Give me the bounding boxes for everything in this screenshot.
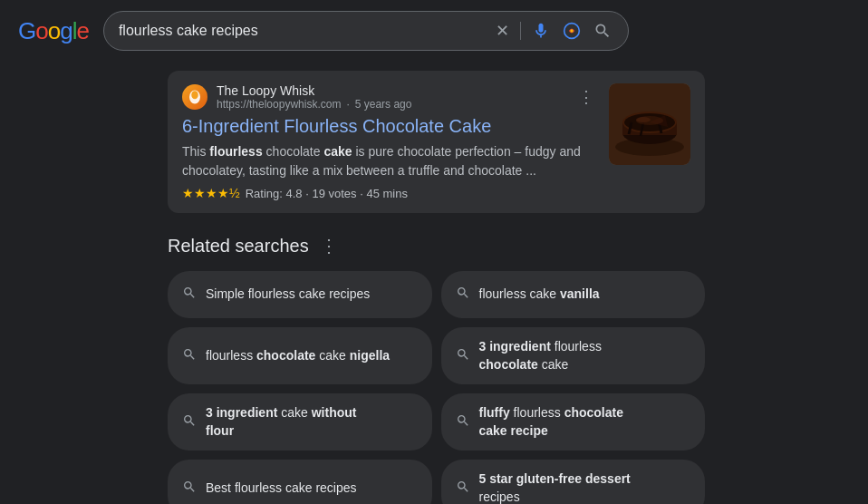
related-searches-section: Related searches ⋮ Simple flourless cake… xyxy=(168,235,705,504)
vertical-divider xyxy=(520,22,521,40)
main-content: The Loopy Whisk https://theloopywhisk.co… xyxy=(0,62,868,504)
related-grid: Simple flourless cake recipes flourless … xyxy=(168,271,705,504)
svg-point-1 xyxy=(570,29,573,32)
search-icon xyxy=(456,480,470,498)
site-age: 5 years ago xyxy=(355,98,412,111)
dot-separator: · xyxy=(346,98,349,111)
related-item-flourless-vanilla[interactable]: flourless cake vanilla xyxy=(441,271,706,318)
site-url-row: https://theloopywhisk.com · 5 years ago xyxy=(217,98,411,111)
related-item-3-ingredient-flourless-chocolate[interactable]: 3 ingredient flourlesschocolate cake xyxy=(441,327,706,384)
related-item-text: 5 star gluten-free dessertrecipes xyxy=(479,470,631,504)
related-item-text: 3 ingredient cake withoutflour xyxy=(206,404,356,440)
related-item-5-star-gluten-free[interactable]: 5 star gluten-free dessertrecipes xyxy=(441,460,706,504)
related-item-flourless-chocolate-nigella[interactable]: flourless chocolate cake nigella xyxy=(168,327,432,384)
result-image[interactable] xyxy=(609,83,690,165)
search-input[interactable] xyxy=(119,23,487,39)
svg-point-11 xyxy=(636,116,663,125)
search-icon xyxy=(456,347,470,365)
search-bar: ✕ xyxy=(103,11,629,51)
site-name: The Loopy Whisk xyxy=(217,83,411,98)
result-card: The Loopy Whisk https://theloopywhisk.co… xyxy=(168,71,705,213)
related-more-button[interactable]: ⋮ xyxy=(316,235,342,257)
search-icon xyxy=(182,413,197,431)
star-rating: ★★★★½ xyxy=(182,186,240,200)
voice-search-button[interactable] xyxy=(530,20,552,42)
related-item-text: fluffy flourless chocolatecake recipe xyxy=(479,404,624,440)
related-item-text: Best flourless cake recipes xyxy=(206,480,357,498)
related-item-fluffy-flourless-chocolate[interactable]: fluffy flourless chocolatecake recipe xyxy=(441,393,706,451)
site-info: The Loopy Whisk https://theloopywhisk.co… xyxy=(217,83,411,111)
related-item-best-flourless[interactable]: Best flourless cake recipes xyxy=(168,460,432,504)
lens-button[interactable] xyxy=(561,20,583,42)
result-snippet: This flourless chocolate cake is pure ch… xyxy=(182,142,598,180)
search-icon xyxy=(182,347,197,365)
search-icon xyxy=(182,480,197,498)
search-button[interactable] xyxy=(592,20,613,42)
search-icon xyxy=(182,286,197,304)
site-favicon xyxy=(182,84,207,110)
flourless-bold: flourless xyxy=(209,144,262,159)
site-url: https://theloopywhisk.com xyxy=(217,98,341,111)
search-icons: ✕ xyxy=(494,19,613,43)
result-left: The Loopy Whisk https://theloopywhisk.co… xyxy=(182,83,598,200)
svg-point-3 xyxy=(191,91,198,99)
result-site-info: The Loopy Whisk https://theloopywhisk.co… xyxy=(182,83,598,111)
result-title[interactable]: 6-Ingredient Flourless Chocolate Cake xyxy=(182,116,598,137)
related-item-text: 3 ingredient flourlesschocolate cake xyxy=(479,338,602,373)
related-item-3-ingredient-without-flour[interactable]: 3 ingredient cake withoutflour xyxy=(168,393,432,451)
clear-button[interactable]: ✕ xyxy=(494,19,511,43)
result-more-button[interactable]: ⋮ xyxy=(574,87,598,107)
related-title: Related searches xyxy=(168,236,309,257)
google-logo: Google xyxy=(18,17,89,45)
related-header: Related searches ⋮ xyxy=(168,235,705,257)
search-icon xyxy=(456,286,470,304)
search-icon xyxy=(456,413,470,431)
result-meta: ★★★★½ Rating: 4.8 · 19 votes · 45 mins xyxy=(182,186,598,200)
related-item-text: flourless chocolate cake nigella xyxy=(206,347,390,365)
related-item-simple-flourless[interactable]: Simple flourless cake recipes xyxy=(168,271,432,318)
header: Google ✕ xyxy=(0,0,868,62)
cake-bold: cake xyxy=(323,144,352,159)
related-item-text: Simple flourless cake recipes xyxy=(206,286,370,304)
rating-text: Rating: 4.8 · 19 votes · 45 mins xyxy=(246,187,408,200)
related-item-text: flourless cake vanilla xyxy=(479,286,600,304)
